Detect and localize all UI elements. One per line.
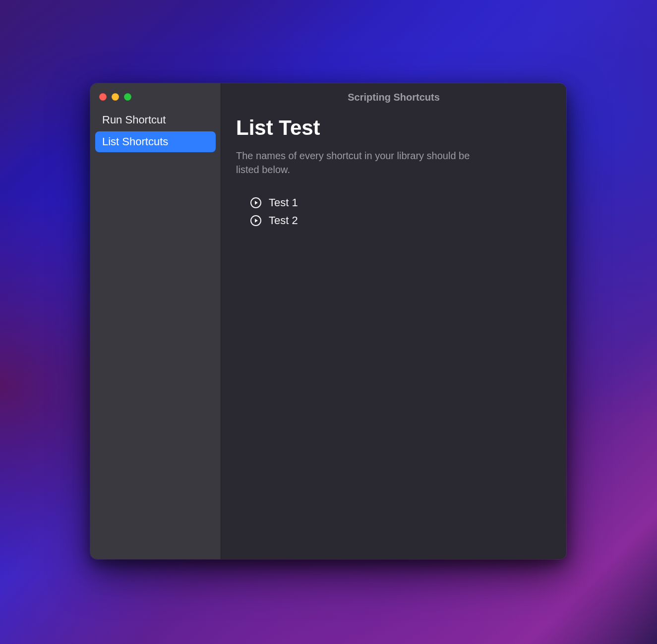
minimize-icon[interactable] (112, 93, 119, 101)
sidebar-item-run-shortcut[interactable]: Run Shortcut (95, 110, 216, 130)
sidebar-items: Run Shortcut List Shortcuts (90, 110, 221, 152)
list-item[interactable]: Test 2 (250, 214, 551, 227)
sidebar-item-label: List Shortcuts (102, 135, 168, 148)
content: List Test The names of every shortcut in… (221, 111, 566, 242)
page-title: List Test (236, 116, 551, 140)
list-item[interactable]: Test 1 (250, 196, 551, 209)
sidebar-item-label: Run Shortcut (102, 114, 166, 126)
page-description: The names of every shortcut in your libr… (236, 149, 494, 176)
main-area: Scripting Shortcuts List Test The names … (221, 83, 566, 559)
shortcut-list: Test 1 Test 2 (236, 196, 551, 227)
close-icon[interactable] (99, 93, 107, 101)
sidebar: Run Shortcut List Shortcuts (90, 83, 221, 559)
zoom-icon[interactable] (124, 93, 131, 101)
shortcut-label: Test 2 (269, 214, 298, 227)
titlebar[interactable]: Scripting Shortcuts (221, 83, 566, 111)
play-circle-icon (250, 197, 262, 209)
play-circle-icon (250, 215, 262, 227)
traffic-lights (90, 90, 221, 110)
app-window: Run Shortcut List Shortcuts Scripting Sh… (90, 83, 566, 559)
window-title: Scripting Shortcuts (348, 92, 440, 103)
shortcut-label: Test 1 (269, 196, 298, 209)
sidebar-item-list-shortcuts[interactable]: List Shortcuts (95, 131, 216, 152)
